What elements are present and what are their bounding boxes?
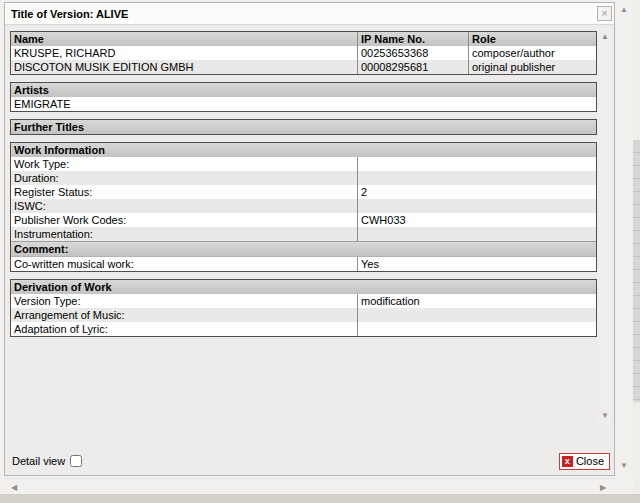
field-value xyxy=(357,227,596,241)
derivation-row: Version Type:modification xyxy=(11,294,596,308)
field-value xyxy=(357,199,596,213)
artists-table: Artists EMIGRATE xyxy=(10,82,597,112)
derivation-header: Derivation of Work xyxy=(11,280,596,294)
title-of-version-dialog: Title of Version: ALIVE × NameIP Name No… xyxy=(4,2,615,476)
artist-row: EMIGRATE xyxy=(11,97,596,111)
detail-view-checkbox[interactable] xyxy=(70,455,82,467)
page-scroll-down-icon[interactable]: ▼ xyxy=(616,461,632,470)
comment-body: Co-written musical work:Yes xyxy=(11,257,596,271)
close-button[interactable]: x Close xyxy=(559,453,610,470)
dialog-close-icon[interactable]: × xyxy=(597,6,612,21)
further-titles-table: Further Titles xyxy=(10,119,597,135)
dialog-vertical-scrollbar[interactable]: ▲ ▼ xyxy=(597,29,613,423)
column-header: IP Name No. xyxy=(357,32,468,46)
scrollbar-corner xyxy=(615,478,633,494)
derivation-row: Arrangement of Music: xyxy=(11,308,596,322)
screen: Title of Version: ALIVE × NameIP Name No… xyxy=(0,0,640,503)
dialog-content: NameIP Name No.Role KRUSPE, RICHARD00253… xyxy=(10,31,597,421)
field-value: Yes xyxy=(357,257,596,271)
artists-header: Artists xyxy=(11,83,596,97)
work-info-row: Work Type: xyxy=(11,157,596,171)
dialog-title: Title of Version: ALIVE xyxy=(11,8,128,20)
page-vertical-scrollbar[interactable]: ▲ ▼ xyxy=(615,0,633,478)
field-label: Register Status: xyxy=(11,185,357,199)
participant-row: KRUSPE, RICHARD00253653368composer/autho… xyxy=(11,46,596,60)
artists-header-label: Artists xyxy=(11,83,596,97)
field-label: Version Type: xyxy=(11,294,357,308)
close-x-icon: x xyxy=(562,456,573,467)
field-value: CWH033 xyxy=(357,213,596,227)
derivation-header-label: Derivation of Work xyxy=(11,280,596,294)
artists-table-body: EMIGRATE xyxy=(11,97,596,111)
field-label: Instrumentation: xyxy=(11,227,357,241)
participant-name: KRUSPE, RICHARD xyxy=(11,46,357,60)
derivation-body: Version Type:modificationArrangement of … xyxy=(11,294,596,336)
derivation-of-work-table: Derivation of Work Version Type:modifica… xyxy=(10,279,597,337)
field-value xyxy=(357,322,596,336)
work-info-row: Instrumentation: xyxy=(11,227,596,241)
detail-view-group: Detail view xyxy=(12,455,82,467)
field-label: Arrangement of Music: xyxy=(11,308,357,322)
page-scroll-right-icon[interactable]: ▶ xyxy=(595,483,611,492)
page-scroll-left-icon[interactable]: ◀ xyxy=(6,483,22,492)
background-table-rows xyxy=(633,140,640,402)
participants-table-header: NameIP Name No.Role xyxy=(11,32,596,46)
participants-table: NameIP Name No.Role KRUSPE, RICHARD00253… xyxy=(10,31,597,75)
scroll-down-icon[interactable]: ▼ xyxy=(597,411,613,420)
page-scroll-up-icon[interactable]: ▲ xyxy=(616,5,632,14)
scroll-up-icon[interactable]: ▲ xyxy=(597,32,613,41)
field-label: Duration: xyxy=(11,171,357,185)
work-info-row: Duration: xyxy=(11,171,596,185)
dialog-titlebar: Title of Version: ALIVE xyxy=(5,3,614,25)
field-label: Work Type: xyxy=(11,157,357,171)
close-button-label: Close xyxy=(576,455,604,467)
work-info-row: Register Status:2 xyxy=(11,185,596,199)
work-info-row: ISWC: xyxy=(11,199,596,213)
field-label: Adaptation of Lyric: xyxy=(11,322,357,336)
field-value xyxy=(357,308,596,322)
field-label: Co-written musical work: xyxy=(11,257,357,271)
work-information-table: Work Information Work Type:Duration:Regi… xyxy=(10,142,597,272)
field-value xyxy=(357,157,596,171)
participant-role: composer/author xyxy=(468,46,596,60)
window-bottom-edge xyxy=(0,494,640,503)
column-header: Name xyxy=(11,32,357,46)
field-value: 2 xyxy=(357,185,596,199)
participant-ip-name-no: 00008295681 xyxy=(357,60,468,74)
participant-role: original publisher xyxy=(468,60,596,74)
comment-row: Co-written musical work:Yes xyxy=(11,257,596,271)
page-background-right xyxy=(633,0,640,503)
further-titles-header: Further Titles xyxy=(11,120,596,134)
derivation-row: Adaptation of Lyric: xyxy=(11,322,596,336)
work-info-row: Publisher Work Codes:CWH033 xyxy=(11,213,596,227)
detail-view-label: Detail view xyxy=(12,455,65,467)
work-information-header: Work Information xyxy=(11,143,596,157)
field-label: ISWC: xyxy=(11,199,357,213)
participant-ip-name-no: 00253653368 xyxy=(357,46,468,60)
column-header: Role xyxy=(468,32,596,46)
participant-name: DISCOTON MUSIK EDITION GMBH xyxy=(11,60,357,74)
dialog-footer: Detail view x Close xyxy=(12,452,610,470)
participants-table-body: KRUSPE, RICHARD00253653368composer/autho… xyxy=(11,46,596,74)
field-label: Publisher Work Codes: xyxy=(11,213,357,227)
field-value xyxy=(357,171,596,185)
field-value: modification xyxy=(357,294,596,308)
work-information-header-label: Work Information xyxy=(11,143,596,157)
work-information-body: Work Type:Duration:Register Status:2ISWC… xyxy=(11,157,596,241)
artist-name: EMIGRATE xyxy=(11,97,596,111)
comment-subheader: Comment: xyxy=(11,241,596,257)
further-titles-header-label: Further Titles xyxy=(11,120,596,134)
page-horizontal-scrollbar[interactable]: ◀ ▶ xyxy=(4,478,615,494)
participant-row: DISCOTON MUSIK EDITION GMBH00008295681or… xyxy=(11,60,596,74)
